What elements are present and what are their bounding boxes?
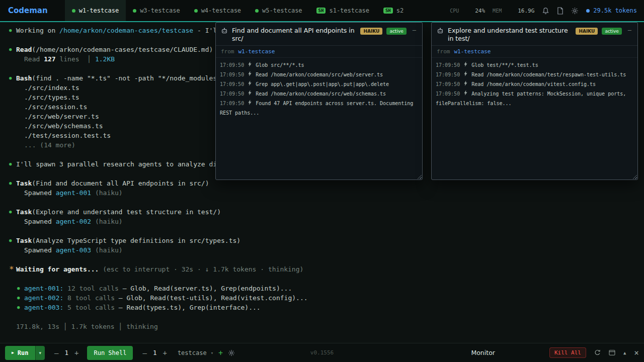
tab-w3-testcase[interactable]: w3-testcase [126, 0, 187, 21]
monitor-label: Monitor [471, 349, 495, 356]
terminal-text-segment: Working on [16, 27, 59, 34]
resize-handle[interactable] [631, 173, 637, 179]
token-dot-icon [586, 9, 590, 13]
expand-panel-icon[interactable] [609, 350, 615, 355]
token-counter: 29.5k tokens [586, 7, 637, 14]
terminal-text-segment: — Read(types.ts), Grep(interface)... [115, 304, 261, 311]
tool-bolt-icon [464, 61, 467, 67]
workspace-dropdown-value: testcase [178, 349, 207, 356]
terminal-text-segment: (find . -name "*.ts" -not -path "*/node_… [32, 74, 217, 82]
terminal-text-segment: 8 tool calls [63, 294, 115, 302]
monitor-section: Monitor Kill All ▲ × [471, 347, 639, 358]
robot-icon [221, 27, 228, 37]
agent-panel-header[interactable]: Explore and understand test structure in… [432, 23, 637, 46]
run-count-decrement-button[interactable]: — [51, 349, 62, 357]
log-timestamp: 17:09:50 [436, 72, 463, 77]
tab-label: w3-testcase [140, 7, 180, 14]
bottom-settings-gear-icon[interactable] [228, 349, 235, 356]
terminal-text-segment: — Glob, Read(server.ts), Grep(endpoints)… [119, 285, 292, 292]
run-options-chevron-icon[interactable]: ▾ [35, 346, 45, 360]
terminal-text-segment: │ [87, 55, 95, 63]
tab-label: w5-testcase [262, 7, 302, 14]
message-bullet-icon: ● [17, 293, 24, 303]
terminal-text-segment: (Analyze TypeScript type definitions in … [32, 237, 240, 244]
tool-bolt-icon [248, 71, 252, 76]
run-button[interactable]: ▶ Run [5, 346, 35, 360]
agent-panel-header[interactable]: Find and document all API endpoints in s… [216, 23, 422, 46]
terminal-text-segment: Task [16, 179, 32, 187]
terminal-line: ●agent-001: 12 tool calls — Glob, Read(s… [8, 284, 640, 293]
close-icon[interactable]: × [634, 349, 639, 357]
refresh-icon[interactable] [594, 349, 601, 356]
tab-s1-testcase[interactable]: SHs1-testcase [309, 0, 376, 21]
minimize-button[interactable]: — [628, 27, 631, 34]
kill-all-button[interactable]: Kill All [549, 347, 586, 358]
run-count-increment-button[interactable]: + [71, 349, 82, 357]
terminal-text-segment: thinking [126, 323, 158, 330]
terminal-text-segment: Task [16, 208, 32, 216]
terminal-text-segment: (Find and document all API endpoints in … [32, 179, 209, 187]
agent-log-line: 17:09:50 Glob src/**/*.ts [220, 60, 418, 70]
terminal-blank-line [8, 226, 640, 236]
model-badge: HAIKU [360, 28, 382, 35]
tab-label: s2 [396, 7, 404, 14]
run-shell-button[interactable]: Run Shell [87, 346, 133, 360]
robot-icon [437, 27, 444, 37]
log-text: Glob src/**/*.ts [253, 62, 304, 68]
terminal-text-segment: agent-003: [24, 304, 63, 311]
from-label: from [437, 48, 450, 55]
play-icon: ▶ [12, 351, 14, 355]
agent-log-line: 17:09:50 Glob test/**/*.test.ts [436, 60, 633, 70]
terminal-blank-line [8, 198, 640, 207]
from-label: from [221, 48, 234, 55]
topbar-right: CPU 24% MEM 16.9G [450, 0, 644, 21]
terminal-text-segment: 1.7k tokens [71, 323, 119, 330]
log-text: Read /home/arkon/codeman/src/web/schemas… [253, 91, 386, 97]
terminal-text-segment: agent-002: [24, 294, 63, 302]
terminal-text-segment: │ [119, 323, 127, 330]
document-icon[interactable] [557, 7, 564, 15]
tool-bolt-icon [248, 90, 252, 96]
shell-count-increment-button[interactable]: + [159, 349, 170, 357]
collapse-up-icon[interactable]: ▲ [623, 350, 626, 355]
topbar: Codeman w1-testcasew3-testcasew4-testcas… [0, 0, 644, 22]
terminal-text-segment: /home/arkon/codeman-cases/testcase [59, 27, 193, 34]
minimize-button[interactable]: — [413, 27, 416, 34]
terminal-text-segment: Bash [16, 74, 32, 82]
terminal-text-segment: — Glob, Read(test-utils), Read(vitest.co… [115, 294, 308, 302]
settings-gear-icon[interactable] [571, 7, 579, 15]
mem-stat: MEM 16.9G [493, 8, 534, 14]
app-window: Codeman w1-testcasew3-testcasew4-testcas… [0, 0, 644, 362]
shell-count-decrement-button[interactable]: — [139, 349, 150, 357]
notifications-bell-icon[interactable] [542, 7, 549, 15]
add-workspace-button[interactable]: + [218, 348, 223, 357]
tab-w4-testcase[interactable]: w4-testcase [187, 0, 248, 21]
agent-log-list: 17:09:50 Glob test/**/*.test.ts17:09:50 … [432, 58, 637, 111]
log-timestamp: 17:09:50 [220, 101, 247, 106]
status-badge: active [386, 28, 406, 35]
source-workspace-link[interactable]: w1-testcase [454, 48, 491, 55]
tab-w5-testcase[interactable]: w5-testcase [248, 0, 309, 21]
terminal-text-segment: │ [63, 323, 71, 330]
message-bullet-icon: ● [9, 207, 16, 217]
terminal-text-segment: Spawned [24, 189, 56, 197]
tab-bar: w1-testcasew3-testcasew4-testcasew5-test… [65, 0, 411, 21]
spinner-star-icon: * [9, 264, 16, 274]
terminal-text-segment: ./src/web/server.ts [24, 113, 99, 120]
tab-label: w1-testcase [79, 7, 119, 14]
run-split-button: ▶ Run ▾ [5, 346, 45, 360]
terminal-blank-line [8, 255, 640, 264]
terminal-blank-line [8, 274, 640, 284]
terminal-blank-line [8, 312, 640, 322]
tab-s2[interactable]: SHs2 [376, 0, 411, 21]
cpu-value: 24% [475, 8, 485, 14]
source-workspace-link[interactable]: w1-testcase [238, 48, 275, 55]
agent-panel-title: Explore and understand test structure in… [448, 27, 572, 42]
tab-label: w4-testcase [201, 7, 241, 14]
log-text: Read /home/arkon/codeman/test/respawn-te… [468, 72, 626, 77]
resize-handle[interactable] [416, 173, 422, 179]
tab-w1-testcase[interactable]: w1-testcase [65, 0, 126, 21]
workspace-dropdown[interactable]: testcase ▾ [178, 349, 213, 356]
shell-badge: SH [383, 8, 393, 14]
terminal-text-segment: (haiku) [91, 189, 123, 197]
